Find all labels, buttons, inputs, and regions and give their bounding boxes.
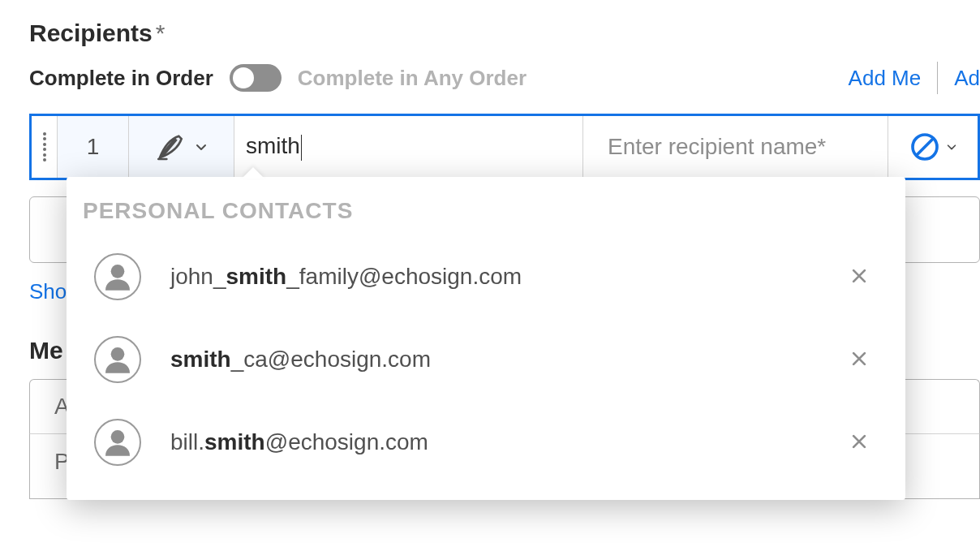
no-auth-icon [909, 131, 941, 163]
svg-line-1 [917, 139, 933, 155]
contact-email: john_smith_family@echosign.com [170, 264, 845, 290]
dropdown-section-header: PERSONAL CONTACTS [67, 198, 905, 235]
close-icon [850, 267, 868, 285]
pen-sign-icon [156, 131, 188, 163]
chevron-down-icon [195, 140, 208, 153]
recipient-order-number: 1 [58, 116, 129, 178]
recipients-heading-text: Recipients [29, 19, 153, 47]
drag-handle[interactable] [32, 116, 58, 178]
remove-contact-button[interactable] [845, 341, 873, 378]
person-icon [101, 426, 134, 459]
svg-point-2 [111, 265, 125, 278]
required-asterisk: * [156, 19, 165, 47]
contact-email: bill.smith@echosign.com [170, 429, 845, 455]
close-icon [850, 433, 868, 450]
toggle-knob [233, 67, 254, 88]
complete-any-order-label: Complete in Any Order [298, 66, 527, 91]
divider [937, 62, 938, 94]
person-icon [101, 343, 134, 376]
remove-contact-button[interactable] [845, 424, 873, 461]
add-me-link[interactable]: Add Me [849, 66, 922, 91]
recipient-name-cell[interactable]: Enter recipient name* [583, 116, 888, 178]
remove-contact-button[interactable] [845, 258, 873, 295]
contact-suggestion[interactable]: bill.smith@echosign.com [67, 401, 905, 484]
contacts-autocomplete-dropdown: PERSONAL CONTACTS john_smith_family@echo… [67, 177, 905, 500]
contact-suggestion[interactable]: smith_ca@echosign.com [67, 318, 905, 401]
recipients-heading: Recipients * [29, 19, 980, 47]
recipient-row: 1 smith Enter recipient name* [29, 114, 980, 180]
svg-point-3 [111, 347, 125, 361]
avatar [94, 253, 141, 300]
person-icon [101, 261, 134, 293]
contact-suggestion[interactable]: john_smith_family@echosign.com [67, 235, 905, 318]
chevron-down-icon [946, 140, 957, 153]
avatar [94, 419, 141, 466]
order-toggle[interactable] [230, 64, 282, 92]
svg-point-4 [111, 430, 125, 444]
complete-in-order-label: Complete in Order [29, 66, 213, 91]
signing-order-row: Complete in Order Complete in Any Order … [29, 62, 980, 94]
recipient-auth-selector[interactable] [888, 116, 978, 178]
close-icon [850, 350, 868, 368]
recipient-role-selector[interactable] [129, 116, 234, 178]
recipient-email-cell[interactable]: smith [234, 116, 583, 178]
recipient-email-input[interactable]: smith [246, 133, 571, 161]
recipient-name-placeholder: Enter recipient name* [608, 134, 826, 160]
add-recipient-group-link-partial[interactable]: Ad [954, 66, 980, 91]
avatar [94, 336, 141, 383]
contact-email: smith_ca@echosign.com [170, 347, 845, 373]
